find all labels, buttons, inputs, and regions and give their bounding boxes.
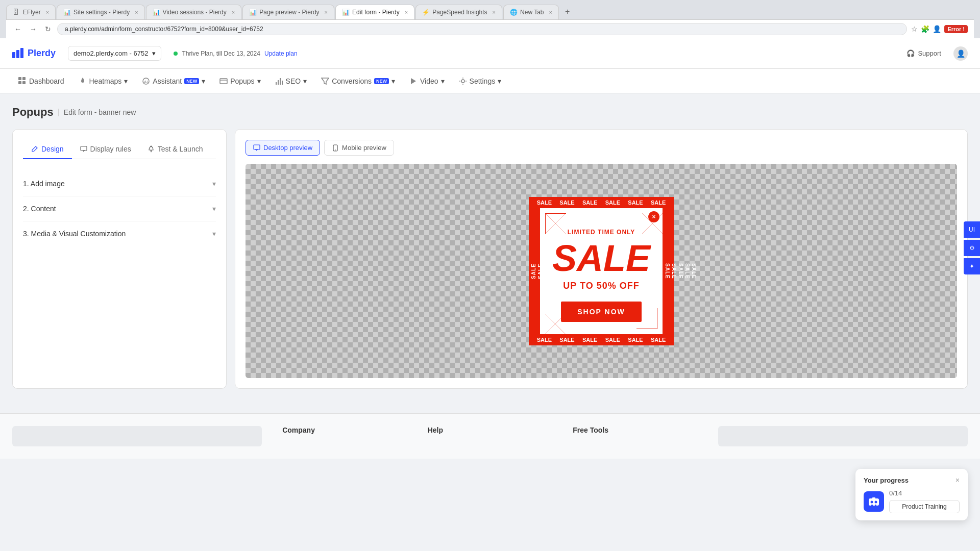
refresh-button[interactable]: ↻ [43, 24, 53, 34]
accordion-add-image[interactable]: 1. Add image ▾ [23, 171, 216, 196]
site-selector[interactable]: demo2.plerdy.com - 6752 ▾ [68, 46, 161, 61]
tab-favicon: 📊 [63, 9, 70, 16]
bookmark-star-icon[interactable]: ☆ [911, 25, 918, 33]
svg-rect-6 [22, 81, 26, 84]
user-icon: 👤 [957, 49, 965, 58]
logo-text: Plerdy [28, 48, 56, 59]
nav-item-popups[interactable]: Popups ▾ [213, 73, 266, 89]
footer-cols: Company Help Free Tools [12, 426, 968, 446]
right-float-panel: UI ⚙ ✦ [964, 221, 980, 274]
tab-test-launch[interactable]: Test & Launch [139, 140, 211, 159]
nav-item-settings[interactable]: Settings ▾ [453, 73, 508, 89]
nav-item-dashboard[interactable]: Dashboard [12, 73, 70, 89]
svg-rect-3 [18, 77, 21, 80]
preview-tab-desktop[interactable]: Desktop preview [246, 140, 320, 156]
mobile-icon [332, 144, 339, 152]
tab-favicon: ⚡ [422, 9, 429, 16]
accordion-content[interactable]: 2. Content ▾ [23, 196, 216, 221]
svg-rect-11 [276, 82, 277, 85]
popup-main-row: SALE SALE SALE SALE SALE × [529, 208, 674, 334]
tab-favicon: 📊 [249, 9, 256, 16]
sale-word: SALE [651, 337, 666, 343]
tab-display-rules[interactable]: Display rules [72, 140, 139, 159]
popup-left-band: SALE SALE SALE SALE SALE [529, 208, 540, 334]
svg-rect-13 [280, 78, 281, 85]
chevron-down-icon: ▾ [498, 77, 501, 85]
user-avatar[interactable]: 👤 [953, 46, 968, 61]
sale-word: SALE [665, 263, 670, 279]
svg-rect-0 [12, 52, 15, 58]
svg-marker-15 [411, 78, 416, 84]
float-icon-3[interactable]: ✦ [964, 258, 980, 274]
popup-close-button[interactable]: × [648, 211, 659, 222]
footer-col-help: Help [428, 426, 553, 446]
nav-item-video[interactable]: Video ▾ [403, 73, 451, 89]
panels: Design Display rules Test & Launch 1. Ad… [12, 129, 968, 389]
popup-shop-now-button[interactable]: SHOP NOW [561, 302, 642, 322]
update-plan-link[interactable]: Update plan [264, 50, 298, 57]
chevron-down-icon: ▾ [441, 77, 445, 85]
error-badge: Error ! [944, 25, 968, 33]
breadcrumb-sub: Edit form - banner new [64, 108, 136, 116]
tab-close[interactable]: × [46, 9, 49, 15]
plan-status-dot [174, 52, 178, 56]
nav-item-assistant[interactable]: AI Assistant NEW ▾ [136, 73, 211, 89]
back-button[interactable]: ← [12, 24, 23, 34]
tab-close[interactable]: × [135, 9, 138, 15]
svg-rect-9 [220, 79, 227, 84]
preview-tab-mobile[interactable]: Mobile preview [324, 140, 394, 156]
address-input[interactable] [57, 23, 907, 35]
tab-close[interactable]: × [493, 9, 496, 15]
tab-close[interactable]: × [232, 9, 235, 15]
forward-button[interactable]: → [28, 24, 39, 34]
new-tab-button[interactable]: + [560, 4, 575, 19]
display-icon [80, 145, 87, 153]
left-panel: Design Display rules Test & Launch 1. Ad… [12, 129, 227, 389]
float-icon-1[interactable]: UI [964, 221, 980, 238]
support-button[interactable]: 🎧 Support [906, 49, 941, 57]
svg-rect-14 [282, 81, 283, 85]
sale-word: SALE [691, 263, 697, 279]
float-icon-2[interactable]: ⚙ [964, 240, 980, 256]
tab-video-sessions[interactable]: 📊 Video sessions - Pierdy × [146, 5, 242, 19]
profile-icon[interactable]: 👤 [933, 25, 941, 33]
accordion-media-visual[interactable]: 3. Media & Visual Customization ▾ [23, 221, 216, 246]
popup-bottom-band: SALE SALE SALE SALE SALE SALE [529, 334, 674, 345]
tab-site-settings[interactable]: 📊 Site settings - Pierdy × [57, 5, 144, 19]
pencil-icon [31, 145, 38, 153]
tab-edit-form[interactable]: 📊 Edit form - Pierdy × [335, 5, 414, 19]
right-panel: Desktop preview Mobile preview SALE S [235, 129, 968, 389]
sale-word: SALE [531, 263, 536, 279]
main-nav: Dashboard Heatmaps ▾ AI Assistant NEW ▾ … [0, 69, 980, 93]
popup-discount-text: UP TO 50% OFF [563, 281, 639, 291]
popup-right-band: SALE SALE SALE SALE SALE [663, 208, 674, 334]
nav-item-heatmaps[interactable]: Heatmaps ▾ [72, 73, 134, 89]
popup-limited-text: LIMITED TIME ONLY [568, 229, 635, 236]
svg-rect-2 [20, 48, 23, 58]
extensions-icon[interactable]: 🧩 [921, 25, 929, 33]
tab-pagespeed[interactable]: ⚡ PageSpeed Insights × [415, 5, 502, 19]
tab-close[interactable]: × [325, 9, 328, 15]
footer-col-free-tools: Free Tools [573, 426, 698, 446]
sale-word: SALE [559, 199, 574, 206]
tab-close[interactable]: × [549, 9, 552, 15]
logo[interactable]: Plerdy [12, 48, 56, 59]
nav-item-conversions[interactable]: Conversions NEW ▾ [315, 73, 401, 89]
sale-word: SALE [684, 263, 690, 279]
tab-close[interactable]: × [405, 9, 408, 15]
tab-favicon: 🌐 [510, 9, 517, 16]
sale-word: SALE [678, 263, 683, 279]
tab-new-tab[interactable]: 🌐 New Tab × [503, 5, 559, 19]
popup-outer: SALE SALE SALE SALE SALE SALE SALE SALE [529, 197, 674, 345]
ai-icon: AI [142, 77, 150, 85]
preview-tabs: Desktop preview Mobile preview [246, 140, 957, 156]
tab-favicon: 🗄 [13, 9, 20, 16]
address-bar-row: ← → ↻ ☆ 🧩 👤 Error ! [6, 19, 974, 38]
tab-design[interactable]: Design [23, 140, 72, 159]
tab-eflyer[interactable]: 🗄 EFlyer × [6, 5, 56, 19]
sale-word: SALE [537, 337, 552, 343]
nav-item-seo[interactable]: SEO ▾ [269, 73, 313, 89]
plan-info: Thrive Plan, till Dec 13, 2024 Update pl… [174, 50, 297, 57]
chevron-down-icon: ▾ [303, 77, 307, 85]
tab-page-preview[interactable]: 📊 Page preview - Pierdy × [242, 5, 334, 19]
